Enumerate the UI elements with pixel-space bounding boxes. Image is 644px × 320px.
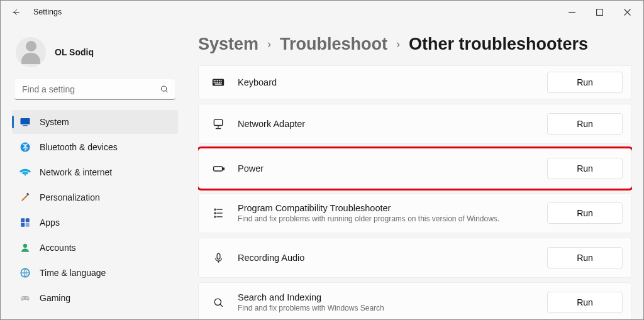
gaming-icon: [19, 292, 31, 304]
svg-rect-0: [596, 9, 602, 15]
svg-rect-16: [217, 80, 218, 81]
breadcrumb: System › Troubleshoot › Other troublesho…: [198, 35, 632, 54]
troubleshooter-row-network-adapter[interactable]: Network Adapter Run: [198, 104, 632, 144]
run-button[interactable]: Run: [547, 202, 623, 224]
window-title: Settings: [33, 8, 62, 16]
main-content: System › Troubleshoot › Other troublesho…: [183, 23, 643, 319]
troubleshooter-row-recording-audio[interactable]: Recording Audio Run: [198, 238, 632, 278]
svg-rect-31: [217, 253, 220, 259]
sidebar-item-system[interactable]: System: [12, 110, 178, 134]
svg-rect-7: [26, 218, 30, 222]
row-subtitle: Find and fix problems with Windows Searc…: [238, 304, 535, 312]
row-title: Program Compatibility Troubleshooter: [238, 203, 535, 213]
troubleshooter-row-search-indexing[interactable]: Search and Indexing Find and fix problem…: [198, 282, 632, 319]
run-button[interactable]: Run: [547, 292, 623, 313]
globe-clock-icon: [19, 267, 31, 279]
accounts-icon: [19, 242, 31, 253]
nav-list: System Bluetooth & devices Network & int…: [12, 110, 178, 310]
row-title: Keyboard: [238, 77, 535, 87]
battery-icon: [211, 162, 225, 175]
svg-rect-20: [215, 82, 216, 83]
svg-rect-25: [214, 119, 222, 125]
svg-point-12: [26, 297, 28, 299]
search-input[interactable]: [14, 79, 175, 100]
sidebar-item-gaming[interactable]: Gaming: [12, 286, 178, 310]
search-indexing-icon: [211, 295, 225, 309]
sidebar-item-label: Time & language: [40, 268, 106, 278]
sidebar: OL Sodiq System Bluetooth & devices: [1, 23, 183, 319]
svg-rect-14: [214, 80, 215, 81]
sidebar-item-label: Network & internet: [40, 167, 112, 177]
network-adapter-icon: [211, 117, 225, 131]
row-title: Recording Audio: [238, 253, 535, 263]
svg-rect-8: [21, 223, 25, 227]
minimize-icon: [569, 9, 575, 16]
troubleshooter-row-power[interactable]: Power Run: [198, 148, 632, 189]
sidebar-item-label: Apps: [40, 218, 60, 228]
search-box[interactable]: [14, 79, 175, 100]
svg-point-10: [23, 244, 27, 248]
breadcrumb-system[interactable]: System: [198, 35, 258, 54]
avatar: [16, 37, 46, 67]
minimize-button[interactable]: [558, 3, 586, 21]
close-icon: [624, 9, 631, 16]
arrow-left-icon: [11, 8, 21, 17]
user-name: OL Sodiq: [55, 47, 94, 57]
row-title: Search and Indexing: [238, 292, 535, 302]
svg-rect-22: [219, 82, 220, 83]
microphone-icon: [211, 251, 225, 265]
svg-rect-23: [221, 82, 222, 83]
wifi-icon: [19, 167, 31, 178]
close-button[interactable]: [613, 3, 641, 21]
sidebar-item-label: Gaming: [40, 293, 70, 303]
row-subtitle: Find and fix problems with running older…: [238, 214, 535, 223]
sidebar-item-label: System: [40, 117, 69, 127]
titlebar: Settings: [1, 1, 643, 23]
troubleshooter-row-keyboard[interactable]: Keyboard Run: [198, 65, 632, 99]
svg-rect-9: [26, 223, 30, 227]
svg-rect-26: [213, 167, 222, 171]
row-title: Network Adapter: [238, 119, 535, 129]
troubleshooter-row-program-compatibility[interactable]: Program Compatibility Troubleshooter Fin…: [198, 193, 632, 233]
run-button[interactable]: Run: [547, 113, 623, 135]
program-icon: [211, 206, 225, 220]
svg-rect-17: [219, 80, 220, 81]
sidebar-item-accounts[interactable]: Accounts: [12, 236, 178, 260]
maximize-button[interactable]: [586, 3, 613, 21]
svg-rect-24: [215, 84, 222, 85]
paintbrush-icon: [19, 192, 31, 203]
sidebar-item-bluetooth[interactable]: Bluetooth & devices: [12, 135, 178, 159]
row-title: Power: [238, 163, 535, 174]
back-button[interactable]: [7, 3, 25, 21]
system-icon: [19, 116, 31, 128]
sidebar-item-label: Personalization: [40, 192, 100, 202]
user-profile[interactable]: OL Sodiq: [12, 31, 178, 79]
sidebar-item-label: Accounts: [40, 243, 76, 253]
svg-point-29: [214, 212, 216, 214]
breadcrumb-current: Other troubleshooters: [409, 35, 588, 54]
run-button[interactable]: Run: [547, 72, 623, 93]
keyboard-icon: [211, 75, 225, 89]
svg-rect-6: [21, 218, 25, 222]
sidebar-item-apps[interactable]: Apps: [12, 211, 178, 234]
run-button[interactable]: Run: [547, 158, 623, 179]
svg-point-28: [214, 209, 216, 210]
sidebar-item-network[interactable]: Network & internet: [12, 160, 178, 184]
search-icon: [160, 85, 169, 94]
svg-rect-15: [215, 80, 216, 81]
chevron-right-icon: ›: [396, 38, 400, 51]
maximize-icon: [596, 9, 603, 16]
chevron-right-icon: ›: [267, 38, 271, 51]
svg-rect-19: [214, 82, 215, 83]
run-button[interactable]: Run: [547, 247, 623, 268]
troubleshooter-list: Keyboard Run Network Adapter Run Power: [198, 65, 632, 319]
breadcrumb-troubleshoot[interactable]: Troubleshoot: [280, 35, 387, 54]
svg-rect-2: [21, 118, 30, 124]
svg-rect-27: [223, 168, 224, 170]
apps-icon: [19, 217, 31, 228]
sidebar-item-label: Bluetooth & devices: [40, 142, 118, 152]
svg-point-30: [214, 216, 216, 218]
svg-rect-21: [217, 82, 218, 83]
sidebar-item-time[interactable]: Time & language: [12, 261, 178, 285]
sidebar-item-personalization[interactable]: Personalization: [12, 185, 178, 209]
